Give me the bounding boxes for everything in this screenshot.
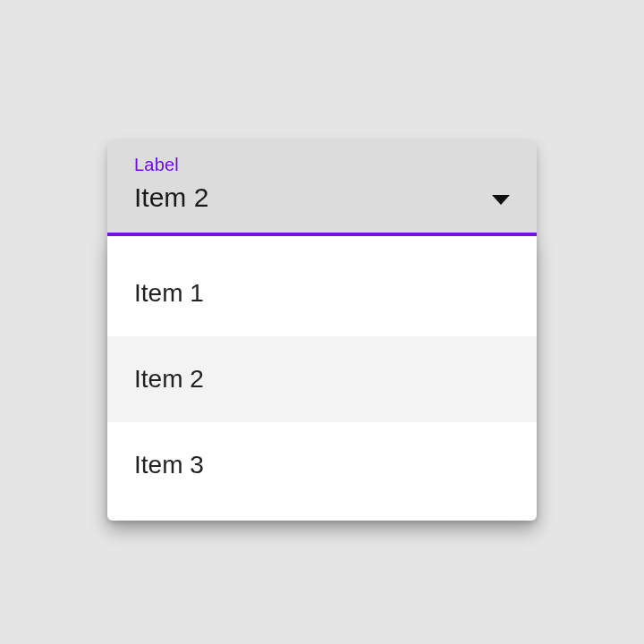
options-menu: Item 1 Item 2 Item 3 — [107, 236, 537, 521]
select-label: Label — [134, 154, 510, 175]
select-value: Item 2 — [134, 181, 510, 215]
select-underline — [107, 233, 537, 236]
svg-marker-0 — [492, 195, 510, 205]
option-label: Item 1 — [134, 279, 204, 308]
option-item-1[interactable]: Item 1 — [107, 250, 537, 336]
option-label: Item 3 — [134, 451, 204, 479]
option-item-2[interactable]: Item 2 — [107, 336, 537, 422]
dropdown: Label Item 2 Item 1 Item 2 Item 3 — [107, 141, 537, 521]
option-label: Item 2 — [134, 365, 204, 394]
option-item-3[interactable]: Item 3 — [107, 422, 537, 508]
caret-down-icon — [490, 193, 512, 206]
select-field[interactable]: Label Item 2 — [107, 141, 537, 236]
